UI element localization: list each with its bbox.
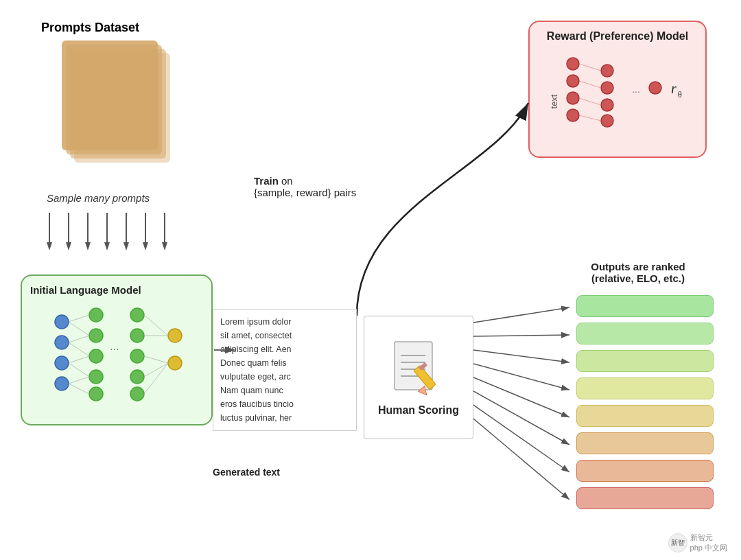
svg-line-34 — [69, 356, 89, 363]
svg-point-15 — [55, 336, 69, 349]
svg-line-36 — [69, 377, 89, 384]
outputs-ranked-text: Outputs are ranked (relative, ELO, etc.) — [591, 261, 685, 284]
svg-line-75 — [473, 377, 569, 417]
arrow-2 — [64, 213, 73, 250]
svg-line-78 — [473, 419, 569, 500]
svg-line-58 — [579, 81, 601, 88]
svg-line-39 — [144, 315, 168, 336]
generated-text-box: Lorem ipsum dolor sit amet, consectet ad… — [213, 309, 357, 431]
svg-point-45 — [567, 58, 579, 70]
svg-point-51 — [601, 99, 613, 111]
svg-marker-7 — [104, 242, 110, 250]
svg-text:text: text — [549, 94, 559, 108]
lang-to-text-arrow — [214, 336, 242, 364]
svg-line-42 — [144, 363, 168, 377]
svg-line-31 — [69, 322, 89, 336]
page-4 — [62, 40, 158, 150]
svg-point-23 — [130, 308, 144, 322]
svg-text:···: ··· — [110, 343, 119, 355]
document-pencil-icon — [391, 338, 446, 400]
reward-model-title: Reward (Preference) Model — [538, 30, 697, 43]
down-arrows — [45, 213, 169, 250]
arrow-1 — [45, 213, 54, 250]
svg-point-46 — [567, 75, 579, 87]
diagram-container: Prompts Dataset Sample many prompts Init… — [0, 0, 741, 560]
svg-line-74 — [473, 364, 569, 390]
svg-line-33 — [69, 342, 89, 356]
stacked-pages — [62, 40, 172, 164]
svg-line-37 — [69, 384, 89, 394]
arrow-4 — [102, 213, 112, 250]
arrow-3 — [83, 213, 93, 250]
svg-point-54 — [649, 82, 661, 94]
reward-neural-net: text ··· r θ — [549, 47, 686, 136]
svg-marker-1 — [47, 242, 52, 250]
svg-line-32 — [69, 336, 89, 342]
svg-point-28 — [168, 329, 182, 342]
svg-point-29 — [168, 356, 182, 370]
svg-point-18 — [89, 308, 103, 322]
generated-text-label: Generated text — [213, 467, 280, 478]
svg-point-19 — [89, 329, 103, 342]
ranked-bar-2 — [576, 323, 714, 345]
prompts-title: Prompts Dataset — [41, 21, 192, 35]
svg-line-41 — [144, 356, 168, 363]
svg-line-73 — [473, 350, 569, 362]
lang-model-title: Initial Language Model — [30, 284, 203, 296]
svg-line-72 — [473, 335, 569, 336]
svg-point-47 — [567, 92, 579, 104]
generated-text-content: Lorem ipsum dolor sit amet, consectet ad… — [220, 317, 294, 423]
svg-text:θ: θ — [678, 90, 682, 100]
human-scoring-title: Human Scoring — [378, 404, 459, 417]
svg-point-50 — [601, 82, 613, 94]
svg-point-22 — [89, 387, 103, 401]
prompts-dataset: Prompts Dataset — [41, 21, 192, 164]
watermark: 新智 新智元php 中文网 — [668, 533, 727, 553]
ranked-bar-6 — [576, 432, 714, 454]
train-text: Train on{sample, reward} pairs — [254, 175, 364, 198]
svg-point-24 — [130, 329, 144, 342]
svg-line-35 — [69, 363, 89, 377]
sample-text: Sample many prompts — [47, 192, 150, 204]
svg-point-17 — [55, 377, 69, 390]
svg-marker-13 — [162, 242, 167, 250]
ranked-bar-7 — [576, 460, 714, 482]
arrow-6 — [141, 213, 150, 250]
human-scoring-box: Human Scoring — [364, 316, 473, 439]
outputs-ranked-label: Outputs are ranked (relative, ELO, etc.) — [569, 261, 707, 284]
lang-model-neural-net: ··· — [41, 301, 192, 404]
svg-marker-5 — [85, 242, 91, 250]
svg-line-71 — [473, 307, 569, 323]
ranked-bar-4 — [576, 377, 714, 399]
ranked-bar-1 — [576, 295, 714, 317]
svg-point-48 — [567, 109, 579, 121]
arrow-5 — [121, 213, 131, 250]
arrow-7 — [160, 213, 169, 250]
arrows-to-ranked — [473, 295, 583, 535]
svg-point-26 — [130, 370, 144, 384]
svg-marker-11 — [143, 242, 148, 250]
ranked-bar-3 — [576, 350, 714, 372]
svg-point-25 — [130, 349, 144, 363]
svg-point-52 — [601, 115, 613, 127]
train-bold: Train — [254, 175, 279, 187]
reward-model-box: Reward (Preference) Model text ··· r θ — [528, 21, 707, 158]
svg-marker-9 — [124, 242, 129, 250]
watermark-text: 新智元php 中文网 — [690, 533, 727, 553]
ranked-bars — [576, 295, 714, 509]
ranked-bar-5 — [576, 405, 714, 427]
svg-marker-3 — [66, 242, 71, 250]
svg-point-21 — [89, 370, 103, 384]
svg-line-30 — [69, 315, 89, 322]
svg-text:r: r — [671, 81, 677, 96]
svg-line-77 — [473, 405, 569, 472]
big-arrow-svg — [220, 69, 563, 343]
svg-line-43 — [144, 363, 168, 394]
svg-point-16 — [55, 356, 69, 370]
svg-line-76 — [473, 391, 569, 445]
watermark-icon: 新智 — [668, 533, 687, 552]
svg-point-49 — [601, 65, 613, 77]
svg-point-14 — [55, 315, 69, 329]
svg-text:···: ··· — [632, 86, 640, 97]
ranked-bar-8 — [576, 487, 714, 509]
